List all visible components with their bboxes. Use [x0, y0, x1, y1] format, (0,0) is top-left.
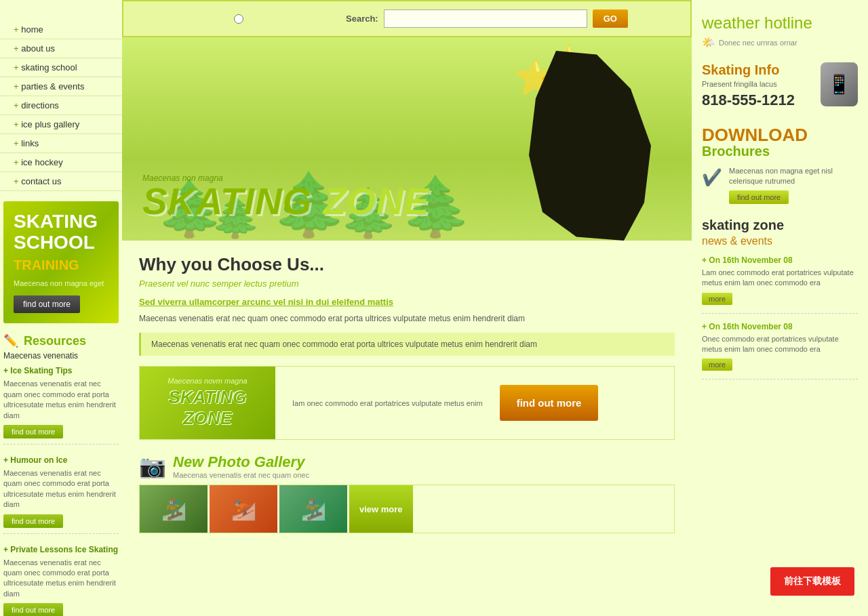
gallery-subtext: Maecenas venenatis erat nec quam onec [173, 471, 309, 479]
resource-item-1: + Humour on Ice Maecenas venenatis erat … [3, 450, 119, 534]
photo-gallery-section: 📷 New Photo Gallery Maecenas venenatis e… [139, 453, 675, 533]
nav-item-parties[interactable]: parties & events [0, 77, 122, 96]
nav-item-contact[interactable]: contact us [0, 172, 122, 191]
zone-logo-box: Maecenas novm magna SKATING ZONE [140, 367, 275, 439]
gallery-thumb-2[interactable]: ⛷️ [210, 485, 277, 533]
zone-logo-subtitle: Maecenas novm magna [153, 377, 262, 385]
skating-zone-promo: Maecenas novm magna SKATING ZONE Iam one… [139, 366, 675, 440]
resources-section: ✏️ Resources Maecenas venenatis + Ice Sk… [0, 323, 122, 616]
phone-icon: 📱 [821, 62, 858, 106]
nav-item-links[interactable]: links [0, 134, 122, 153]
thumb-figure-1: 🏂 [140, 485, 208, 533]
gallery-thumb-1[interactable]: 🏂 [140, 485, 208, 533]
search-bar: Search: GO [122, 0, 692, 37]
resource-desc-1: Maecenas venenatis erat nec quam onec co… [3, 468, 119, 510]
nav-link-skating-school[interactable]: skating school [0, 58, 122, 77]
gallery-thumb-3[interactable]: 🏂 [279, 485, 347, 533]
resource-title-0: + Ice Skating Tips [3, 366, 119, 375]
nav-item-about[interactable]: about us [0, 39, 122, 58]
hero-banner: 🌲 🌲 🌲 🌲 🌲 ⭐ ⭐ Maecenas non magna SKATING… [122, 37, 692, 241]
brochure-findout-button[interactable]: find out more [729, 190, 789, 204]
news-heading: skating zone [702, 218, 858, 233]
download-subtitle: Brochures [702, 144, 858, 159]
nav-link-parties[interactable]: parties & events [0, 77, 122, 96]
nav-link-home[interactable]: home [0, 20, 122, 39]
resource-title-1: + Humour on Ice [3, 455, 119, 465]
thumb-figure-3: 🏂 [279, 485, 347, 533]
zone-findout-button[interactable]: find out more [500, 385, 599, 421]
skating-info-phone: 818-555-1212 [702, 91, 795, 109]
promo-subtext: Maecenas non magna eget [14, 279, 108, 287]
brochure-desc: Maecenas non magna eget nisl celerisque … [729, 166, 858, 187]
page-wrapper: home about us skating school parties & e… [0, 0, 868, 616]
resource-btn-2[interactable]: find out more [3, 603, 63, 616]
news-item-1: + On 16th November 08 Onec commodo erat … [702, 322, 858, 380]
why-choose-highlight-link[interactable]: Sed viverra ullamcorper arcunc vel nisi … [139, 297, 675, 307]
download-template-button[interactable]: 前往下载模板 [770, 567, 854, 596]
zone-logo-title: SKATING ZONE [153, 387, 262, 429]
main-layout: home about us skating school parties & e… [0, 0, 868, 616]
why-choose-quote: Maecenas venenatis erat nec quam onec co… [139, 333, 675, 356]
resource-desc-2: Maecenas venenatis erat nec quam onec co… [3, 558, 119, 600]
nav-item-directions[interactable]: directions [0, 96, 122, 115]
main-nav: home about us skating school parties & e… [0, 20, 122, 191]
nav-link-links[interactable]: links [0, 134, 122, 153]
nav-link-contact[interactable]: contact us [0, 172, 122, 191]
nav-item-gallery[interactable]: ice plus gallery [0, 115, 122, 134]
sidebar: home about us skating school parties & e… [0, 0, 122, 616]
sidebar-promo-box: SKATING school TRAINING Maecenas non mag… [3, 201, 119, 323]
news-more-btn-1[interactable]: more [702, 358, 732, 371]
promo-title-line1: SKATING [14, 211, 108, 232]
gallery-container: 🏂 ⛷️ 🏂 view more [139, 485, 675, 533]
nav-item-skating-school[interactable]: skating school [0, 58, 122, 77]
resource-btn-1[interactable]: find out more [3, 514, 63, 528]
skating-info-heading: Skating Info [702, 62, 795, 78]
nav-link-about[interactable]: about us [0, 39, 122, 58]
resource-item-2: + Private Lessons Ice Skating Maecenas v… [3, 539, 119, 616]
search-input[interactable] [384, 9, 587, 28]
nav-link-ice-hockey[interactable]: ice hockey [0, 153, 122, 172]
nav-list: home about us skating school parties & e… [0, 20, 122, 191]
resource-desc-0: Maecenas venenatis erat nec quam onec co… [3, 379, 119, 421]
resource-link-1[interactable]: Humour on Ice [10, 455, 67, 465]
promo-title-line2: school TRAINING [14, 232, 108, 274]
content-area: Why you Choose Us... Praesent vel nunc s… [122, 241, 692, 560]
resource-btn-0[interactable]: find out more [3, 425, 63, 438]
nav-item-ice-hockey[interactable]: ice hockey [0, 153, 122, 172]
search-button[interactable]: GO [593, 9, 628, 28]
nav-item-home[interactable]: home [0, 20, 122, 39]
gallery-heading: New Photo Gallery [173, 453, 309, 471]
skating-info-subtext: Praesent fringilla lacus [702, 80, 795, 88]
news-date-1: + On 16th November 08 [702, 322, 858, 331]
weather-icon: 🌤️ [702, 36, 715, 49]
download-brochures: DOWNLOAD Brochures ✔️ Maecenas non magna… [702, 126, 858, 204]
nav-link-gallery[interactable]: ice plus gallery [0, 115, 122, 134]
hero-title-line2: ZONE [323, 180, 430, 222]
download-title: DOWNLOAD [702, 126, 858, 144]
weather-heading: weather hotline [702, 14, 858, 33]
why-choose-tagline: Praesent vel nunc semper lectus pretium [139, 279, 675, 289]
right-sidebar: weather hotline 🌤️ Donec nec urnras orna… [692, 0, 868, 616]
gallery-view-more-button[interactable]: view more [349, 485, 413, 533]
news-date-link-1[interactable]: On 16th November 08 [709, 322, 792, 331]
camera-icon: 📷 [139, 453, 166, 479]
resource-link-2[interactable]: Private Lessons Ice Skating [10, 545, 118, 554]
sidebar-findout-button[interactable]: find out more [14, 295, 80, 313]
news-date-link-0[interactable]: On 16th November 08 [709, 255, 792, 265]
news-more-btn-0[interactable]: more [702, 293, 732, 305]
news-events: skating zone news & events + On 16th Nov… [702, 218, 858, 380]
gallery-header: 📷 New Photo Gallery Maecenas venenatis e… [139, 453, 675, 479]
news-text-0: Lam onec commodo erat portatrices vulput… [702, 268, 858, 289]
resources-subtext: Maecenas venenatis [3, 351, 119, 361]
why-choose-section: Why you Choose Us... Praesent vel nunc s… [139, 254, 675, 356]
hero-main-title: SKATING ZONE [142, 183, 429, 220]
news-date-0: + On 16th November 08 [702, 255, 858, 265]
thumb-figure-2: ⛷️ [210, 485, 277, 533]
nav-link-directions[interactable]: directions [0, 96, 122, 115]
why-choose-body: Maecenas venenatis erat nec quam onec co… [139, 312, 675, 325]
news-text-1: Onec commodo erat portatrices vulputate … [702, 334, 858, 355]
search-radio[interactable] [137, 14, 340, 24]
resource-link-0[interactable]: Ice Skating Tips [10, 366, 72, 375]
weather-hotline: weather hotline 🌤️ Donec nec urnras orna… [702, 14, 858, 49]
weather-subtext: 🌤️ Donec nec urnras ornar [702, 36, 858, 49]
